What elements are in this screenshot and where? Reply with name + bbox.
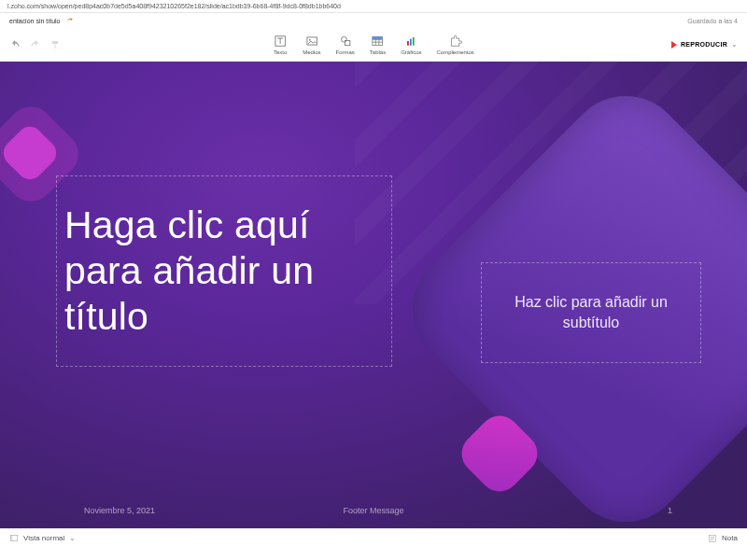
undo-icon[interactable] <box>9 39 21 50</box>
share-icon[interactable] <box>65 17 75 24</box>
notes-label[interactable]: Nota <box>722 534 738 542</box>
chevron-down-icon: ⌄ <box>731 40 738 49</box>
browser-url: l.zoho.com/show/open/ped8p4ac0b7de5d5a40… <box>7 3 341 9</box>
toolbar-charts-button[interactable]: Gráficos <box>401 35 421 55</box>
toolbar-center: Texto Medios Formas Tablas Gráficos Comp… <box>273 35 474 55</box>
toolbar-label: Medios <box>303 49 320 55</box>
toolbar-label: Formas <box>335 49 354 55</box>
svg-rect-8 <box>410 38 412 45</box>
play-label: REPRODUCIR <box>681 41 727 48</box>
document-title[interactable]: entación sin título <box>9 18 60 24</box>
play-button[interactable]: REPRODUCIR ⌄ <box>671 40 738 49</box>
table-icon <box>370 35 385 48</box>
main-toolbar: Texto Medios Formas Tablas Gráficos Comp… <box>0 28 747 62</box>
slide-footer: Noviembre 5, 2021 Footer Message 1 <box>0 506 747 515</box>
slide-date: Noviembre 5, 2021 <box>84 506 155 515</box>
subtitle-placeholder-text: Haz clic para añadir un subtítulo <box>495 292 687 332</box>
status-bar: Vista normal ⌄ Nota <box>0 528 747 547</box>
toolbar-media-button[interactable]: Medios <box>303 35 320 55</box>
toolbar-label: Complementos <box>437 49 474 55</box>
play-icon <box>671 41 677 49</box>
view-icon[interactable] <box>9 534 19 543</box>
toolbar-tables-button[interactable]: Tablas <box>370 35 386 55</box>
browser-url-bar[interactable]: l.zoho.com/show/open/ped8p4ac0b7de5d5a40… <box>0 0 747 13</box>
toolbar-addons-button[interactable]: Complementos <box>437 35 474 55</box>
title-placeholder[interactable]: Haga clic aquí para añadir un título <box>56 175 392 367</box>
slide-canvas[interactable]: Haga clic aquí para añadir un título Haz… <box>0 62 747 528</box>
shapes-icon <box>338 35 353 48</box>
notes-icon[interactable] <box>708 534 717 543</box>
addons-icon <box>448 35 463 48</box>
toolbar-label: Tablas <box>370 49 386 55</box>
view-mode-label[interactable]: Vista normal <box>23 534 64 542</box>
toolbar-label: Gráficos <box>401 49 421 55</box>
svg-rect-6 <box>373 36 383 39</box>
chevron-down-icon[interactable]: ⌄ <box>69 534 76 542</box>
title-placeholder-text: Haga clic aquí para añadir un título <box>57 203 391 341</box>
svg-point-2 <box>309 38 311 40</box>
svg-rect-11 <box>10 535 13 540</box>
save-status: Guardado a las 4 <box>687 18 738 24</box>
toolbar-label: Texto <box>274 49 287 55</box>
svg-point-3 <box>341 36 346 42</box>
quick-actions <box>0 39 62 50</box>
chart-icon <box>403 35 418 48</box>
slide-number: 1 <box>668 506 672 515</box>
toolbar-shapes-button[interactable]: Formas <box>335 35 354 55</box>
media-icon <box>304 35 319 48</box>
svg-rect-9 <box>413 36 415 45</box>
subtitle-placeholder[interactable]: Haz clic para añadir un subtítulo <box>481 262 701 363</box>
text-icon <box>273 35 288 48</box>
redo-icon[interactable] <box>30 39 41 50</box>
app-title-bar: entación sin título Guardado a las 4 <box>0 13 747 28</box>
svg-rect-7 <box>407 41 409 46</box>
format-painter-icon[interactable] <box>50 39 62 50</box>
toolbar-text-button[interactable]: Texto <box>273 35 288 55</box>
slide-footer-message: Footer Message <box>343 506 403 515</box>
